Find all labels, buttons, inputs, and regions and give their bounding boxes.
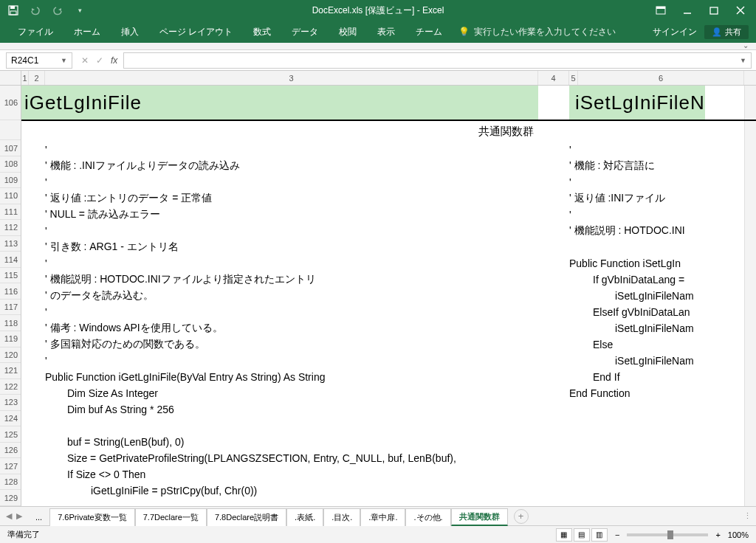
zoom-slider[interactable] xyxy=(627,533,708,536)
sheet-tab[interactable]: 7.6Private変数一覧 xyxy=(49,508,135,526)
row-header[interactable]: 112 xyxy=(0,220,21,236)
col-6[interactable]: 6 xyxy=(578,71,744,85)
sheet-last-icon[interactable]: ▶ xyxy=(16,511,22,521)
row-header[interactable]: 117 xyxy=(0,300,21,316)
tab-insert[interactable]: 挿入 xyxy=(111,21,149,43)
sheet-tab[interactable]: .目次. xyxy=(323,508,360,526)
ribbon-options-icon[interactable] xyxy=(656,5,666,15)
zoom-in-button[interactable]: + xyxy=(715,530,720,539)
add-sheet-button[interactable]: + xyxy=(514,509,529,524)
sheet-tab[interactable]: .表紙. xyxy=(286,508,323,526)
tab-pagelayout[interactable]: ページ レイアウト xyxy=(149,21,243,43)
code-line xyxy=(21,418,744,434)
maximize-icon[interactable] xyxy=(709,5,719,15)
col-2[interactable]: 2 xyxy=(29,71,45,85)
code-line: End Function xyxy=(569,385,756,401)
sheet-tab-active[interactable]: 共通関数群 xyxy=(451,508,508,526)
sheet-tab[interactable]: 7.8Declare説明書 xyxy=(207,508,286,526)
person-icon: 👤 xyxy=(712,27,722,37)
zoom-out-button[interactable]: − xyxy=(615,530,619,539)
row-header[interactable]: 128 xyxy=(0,474,21,491)
row-header[interactable]: 107 xyxy=(0,140,21,156)
row-header[interactable]: 121 xyxy=(0,363,21,379)
row-header[interactable]: 122 xyxy=(0,379,21,395)
code-line xyxy=(569,239,756,255)
signin-link[interactable]: サインイン xyxy=(653,26,697,38)
svg-rect-4 xyxy=(656,7,665,9)
code-line: iSetLgIniFileNam xyxy=(569,288,756,304)
row-header[interactable]: 115 xyxy=(0,268,21,284)
row-header[interactable]: 109 xyxy=(0,173,21,189)
fx-icon[interactable]: fx xyxy=(111,55,117,66)
col-1[interactable]: 1 xyxy=(21,71,29,85)
sheet-first-icon[interactable]: ◀ xyxy=(6,511,12,521)
row-header[interactable]: 124 xyxy=(0,411,21,427)
window-title: DocExcel.xls [保護ビュー] - Excel xyxy=(312,4,444,17)
row-header[interactable]: 129 xyxy=(0,490,21,506)
status-ready: 準備完了 xyxy=(7,529,40,540)
tab-formulas[interactable]: 数式 xyxy=(243,21,281,43)
window-controls xyxy=(656,5,756,15)
tab-view[interactable]: 表示 xyxy=(367,21,405,43)
save-icon[interactable] xyxy=(7,4,19,16)
row-header[interactable]: 119 xyxy=(0,331,21,347)
function-title-right: iSetLgIniFileN xyxy=(569,86,705,120)
svg-rect-1 xyxy=(10,6,15,9)
page-break-view-icon[interactable]: ▥ xyxy=(591,528,608,542)
enter-icon[interactable]: ✓ xyxy=(96,55,103,66)
name-box[interactable]: R24C1 ▼ xyxy=(6,52,72,69)
tab-data[interactable]: データ xyxy=(281,21,329,43)
normal-view-icon[interactable]: ▦ xyxy=(556,528,572,542)
row-header[interactable]: 127 xyxy=(0,458,21,474)
cells-area[interactable]: iGetLgIniFile 共通関数群 ' ' 機能 : .INIファイルよりデ… xyxy=(21,86,744,506)
page-layout-view-icon[interactable]: ▤ xyxy=(574,528,590,542)
sheet-menu-icon[interactable]: ⋮ xyxy=(743,511,752,521)
share-label: 共有 xyxy=(725,27,741,38)
row-header[interactable]: 123 xyxy=(0,395,21,411)
row-header[interactable]: 106 xyxy=(0,86,21,120)
col-5[interactable]: 5 xyxy=(569,71,578,85)
share-button[interactable]: 👤 共有 xyxy=(704,25,749,39)
horizontal-scrollbar[interactable]: ⋮ xyxy=(543,511,756,521)
select-all-cell[interactable] xyxy=(0,71,21,85)
zoom-level[interactable]: 100% xyxy=(728,530,749,539)
sheet-tab[interactable]: 7.7Declare一覧 xyxy=(135,508,207,526)
col-4[interactable]: 4 xyxy=(538,71,569,85)
cancel-icon[interactable]: ✕ xyxy=(81,55,89,66)
sheet-tab[interactable]: .章中扉. xyxy=(360,508,405,526)
worksheet-grid[interactable]: 106 107 108 109 110 111 112 113 114 115 … xyxy=(0,86,756,506)
row-header[interactable]: 114 xyxy=(0,252,21,268)
redo-icon[interactable] xyxy=(52,4,63,16)
row-header[interactable]: 126 xyxy=(0,443,21,459)
tell-me-search[interactable]: 💡 実行したい作業を入力してください xyxy=(458,26,616,38)
tab-file[interactable]: ファイル xyxy=(7,21,63,43)
formula-expand-icon[interactable]: ▼ xyxy=(740,57,746,64)
minimize-icon[interactable] xyxy=(682,5,693,15)
row-header[interactable]: 120 xyxy=(0,347,21,364)
qat-dropdown-icon[interactable]: ▾ xyxy=(74,4,86,16)
row-header[interactable]: 116 xyxy=(0,283,21,300)
name-box-dropdown-icon[interactable]: ▼ xyxy=(61,57,67,64)
row-header[interactable]: 125 xyxy=(0,426,21,443)
formula-buttons: ✕ ✓ fx xyxy=(75,55,123,66)
sheet-tab-more[interactable]: ... xyxy=(28,508,49,526)
row-headers: 106 107 108 109 110 111 112 113 114 115 … xyxy=(0,86,21,506)
tab-team[interactable]: チーム xyxy=(405,21,453,43)
code-line: ' xyxy=(569,174,756,190)
row-header[interactable]: 118 xyxy=(0,315,21,331)
close-icon[interactable] xyxy=(735,5,746,15)
row-header[interactable]: 113 xyxy=(0,236,21,252)
row-header[interactable]: 110 xyxy=(0,188,21,204)
formula-input[interactable]: ▼ xyxy=(123,52,752,69)
quick-access-toolbar: ▾ xyxy=(0,4,93,16)
tab-home[interactable]: ホーム xyxy=(63,21,111,43)
sheet-tab[interactable]: .その他. xyxy=(405,508,450,526)
code-line: iSetLgIniFileNam xyxy=(569,320,756,336)
tab-review[interactable]: 校閲 xyxy=(329,21,367,43)
chevron-down-icon[interactable]: ⌄ xyxy=(743,41,749,49)
col-3[interactable]: 3 xyxy=(45,71,538,85)
section-label: 共通関数群 xyxy=(21,125,538,139)
row-header[interactable]: 111 xyxy=(0,204,21,221)
row-header[interactable]: 108 xyxy=(0,156,21,173)
undo-icon[interactable] xyxy=(30,4,41,16)
